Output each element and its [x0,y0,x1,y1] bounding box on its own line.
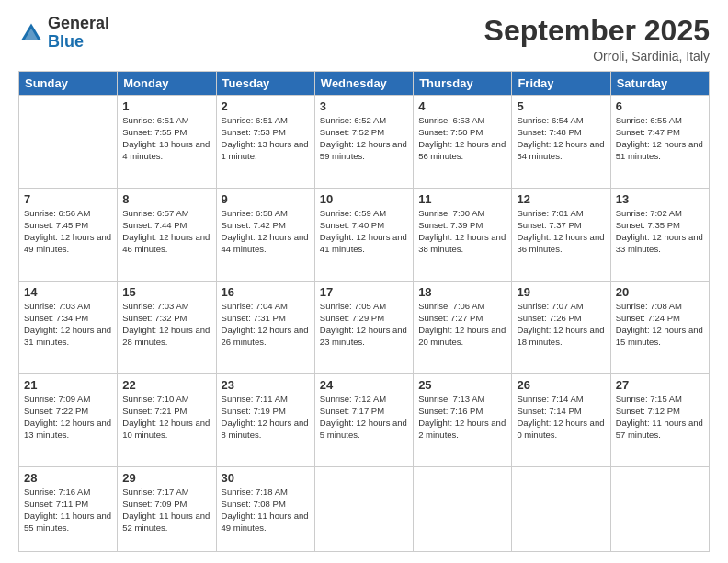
day-number: 21 [24,378,112,392]
day-info: Sunrise: 7:13 AMSunset: 7:16 PMDaylight:… [418,394,506,441]
day-info: Sunrise: 7:02 AMSunset: 7:35 PMDaylight:… [616,208,704,255]
calendar-cell: 7Sunrise: 6:56 AMSunset: 7:45 PMDaylight… [19,189,118,282]
calendar-cell [610,467,709,552]
day-number: 2 [222,99,310,113]
day-number: 26 [517,378,605,392]
day-number: 15 [122,285,210,299]
day-info: Sunrise: 7:16 AMSunset: 7:11 PMDaylight:… [24,487,112,534]
day-info: Sunrise: 6:51 AMSunset: 7:55 PMDaylight:… [122,115,210,162]
day-number: 24 [320,378,408,392]
day-number: 4 [418,99,506,113]
day-number: 16 [222,285,310,299]
day-number: 9 [222,192,310,206]
day-of-week-saturday: Saturday [610,72,709,96]
day-number: 8 [122,192,210,206]
day-info: Sunrise: 7:07 AMSunset: 7:26 PMDaylight:… [517,301,605,348]
day-number: 30 [222,471,310,485]
day-number: 17 [320,285,408,299]
calendar-cell: 5Sunrise: 6:54 AMSunset: 7:48 PMDaylight… [512,96,610,189]
day-info: Sunrise: 7:14 AMSunset: 7:14 PMDaylight:… [517,394,605,441]
day-number: 28 [24,471,112,485]
calendar-cell: 11Sunrise: 7:00 AMSunset: 7:39 PMDayligh… [414,189,512,282]
day-info: Sunrise: 7:10 AMSunset: 7:21 PMDaylight:… [122,394,210,441]
logo: General Blue [18,15,109,52]
calendar-cell: 29Sunrise: 7:17 AMSunset: 7:09 PMDayligh… [118,467,216,552]
calendar-cell: 22Sunrise: 7:10 AMSunset: 7:21 PMDayligh… [118,374,216,467]
week-row-3: 14Sunrise: 7:03 AMSunset: 7:34 PMDayligh… [19,282,710,374]
day-info: Sunrise: 6:54 AMSunset: 7:48 PMDaylight:… [517,115,605,162]
calendar-cell: 14Sunrise: 7:03 AMSunset: 7:34 PMDayligh… [19,282,118,374]
calendar-cell: 2Sunrise: 6:51 AMSunset: 7:53 PMDaylight… [216,96,314,189]
day-info: Sunrise: 7:00 AMSunset: 7:39 PMDaylight:… [418,208,506,255]
day-info: Sunrise: 6:51 AMSunset: 7:53 PMDaylight:… [222,115,310,162]
day-number: 23 [222,378,310,392]
day-number: 13 [616,192,704,206]
calendar-cell: 24Sunrise: 7:12 AMSunset: 7:17 PMDayligh… [314,374,413,467]
day-number: 1 [122,99,210,113]
day-of-week-thursday: Thursday [414,72,512,96]
day-number: 3 [320,99,408,113]
calendar-cell: 17Sunrise: 7:05 AMSunset: 7:29 PMDayligh… [314,282,413,374]
page: General Blue September 2025 Orroli, Sard… [0,0,728,563]
calendar-cell: 13Sunrise: 7:02 AMSunset: 7:35 PMDayligh… [610,189,709,282]
logo-text: General Blue [48,15,109,52]
day-info: Sunrise: 7:04 AMSunset: 7:31 PMDaylight:… [222,301,310,348]
calendar-cell: 18Sunrise: 7:06 AMSunset: 7:27 PMDayligh… [414,282,512,374]
calendar-cell: 21Sunrise: 7:09 AMSunset: 7:22 PMDayligh… [19,374,118,467]
day-number: 19 [517,285,605,299]
day-number: 7 [24,192,112,206]
day-number: 27 [616,378,704,392]
day-info: Sunrise: 7:17 AMSunset: 7:09 PMDaylight:… [122,487,210,534]
day-of-week-tuesday: Tuesday [216,72,314,96]
day-info: Sunrise: 6:57 AMSunset: 7:44 PMDaylight:… [122,208,210,255]
logo-blue: Blue [48,32,84,51]
week-row-1: 1Sunrise: 6:51 AMSunset: 7:55 PMDaylight… [19,96,710,189]
month-title: September 2025 [484,15,710,47]
calendar-cell: 10Sunrise: 6:59 AMSunset: 7:40 PMDayligh… [314,189,413,282]
week-row-5: 28Sunrise: 7:16 AMSunset: 7:11 PMDayligh… [19,467,710,552]
day-number: 11 [418,192,506,206]
calendar-cell: 4Sunrise: 6:53 AMSunset: 7:50 PMDaylight… [414,96,512,189]
calendar-cell [512,467,610,552]
day-info: Sunrise: 6:55 AMSunset: 7:47 PMDaylight:… [616,115,704,162]
day-info: Sunrise: 7:06 AMSunset: 7:27 PMDaylight:… [418,301,506,348]
day-info: Sunrise: 7:03 AMSunset: 7:34 PMDaylight:… [24,301,112,348]
calendar-cell: 30Sunrise: 7:18 AMSunset: 7:08 PMDayligh… [216,467,314,552]
week-row-2: 7Sunrise: 6:56 AMSunset: 7:45 PMDaylight… [19,189,710,282]
calendar-cell: 26Sunrise: 7:14 AMSunset: 7:14 PMDayligh… [512,374,610,467]
day-info: Sunrise: 6:53 AMSunset: 7:50 PMDaylight:… [418,115,506,162]
day-number: 6 [616,99,704,113]
location: Orroli, Sardinia, Italy [484,49,710,63]
day-of-week-monday: Monday [118,72,216,96]
day-info: Sunrise: 7:01 AMSunset: 7:37 PMDaylight:… [517,208,605,255]
day-number: 5 [517,99,605,113]
logo-icon [18,20,44,46]
day-info: Sunrise: 7:11 AMSunset: 7:19 PMDaylight:… [222,394,310,441]
day-info: Sunrise: 7:18 AMSunset: 7:08 PMDaylight:… [222,487,310,534]
calendar-cell: 19Sunrise: 7:07 AMSunset: 7:26 PMDayligh… [512,282,610,374]
logo-general: General [48,14,109,32]
calendar-cell: 1Sunrise: 6:51 AMSunset: 7:55 PMDaylight… [118,96,216,189]
calendar-cell [314,467,413,552]
calendar-cell: 3Sunrise: 6:52 AMSunset: 7:52 PMDaylight… [314,96,413,189]
header: General Blue September 2025 Orroli, Sard… [18,15,710,63]
title-block: September 2025 Orroli, Sardinia, Italy [484,15,710,63]
day-info: Sunrise: 7:05 AMSunset: 7:29 PMDaylight:… [320,301,408,348]
week-row-4: 21Sunrise: 7:09 AMSunset: 7:22 PMDayligh… [19,374,710,467]
day-of-week-friday: Friday [512,72,610,96]
calendar-cell: 20Sunrise: 7:08 AMSunset: 7:24 PMDayligh… [610,282,709,374]
calendar-cell: 8Sunrise: 6:57 AMSunset: 7:44 PMDaylight… [118,189,216,282]
day-info: Sunrise: 6:59 AMSunset: 7:40 PMDaylight:… [320,208,408,255]
day-info: Sunrise: 6:56 AMSunset: 7:45 PMDaylight:… [24,208,112,255]
day-of-week-sunday: Sunday [19,72,118,96]
calendar-cell: 28Sunrise: 7:16 AMSunset: 7:11 PMDayligh… [19,467,118,552]
calendar-cell: 9Sunrise: 6:58 AMSunset: 7:42 PMDaylight… [216,189,314,282]
day-number: 20 [616,285,704,299]
calendar-table: SundayMondayTuesdayWednesdayThursdayFrid… [18,71,710,552]
day-info: Sunrise: 7:15 AMSunset: 7:12 PMDaylight:… [616,394,704,441]
calendar-cell: 15Sunrise: 7:03 AMSunset: 7:32 PMDayligh… [118,282,216,374]
day-number: 10 [320,192,408,206]
calendar-cell [414,467,512,552]
day-info: Sunrise: 7:12 AMSunset: 7:17 PMDaylight:… [320,394,408,441]
day-info: Sunrise: 7:08 AMSunset: 7:24 PMDaylight:… [616,301,704,348]
